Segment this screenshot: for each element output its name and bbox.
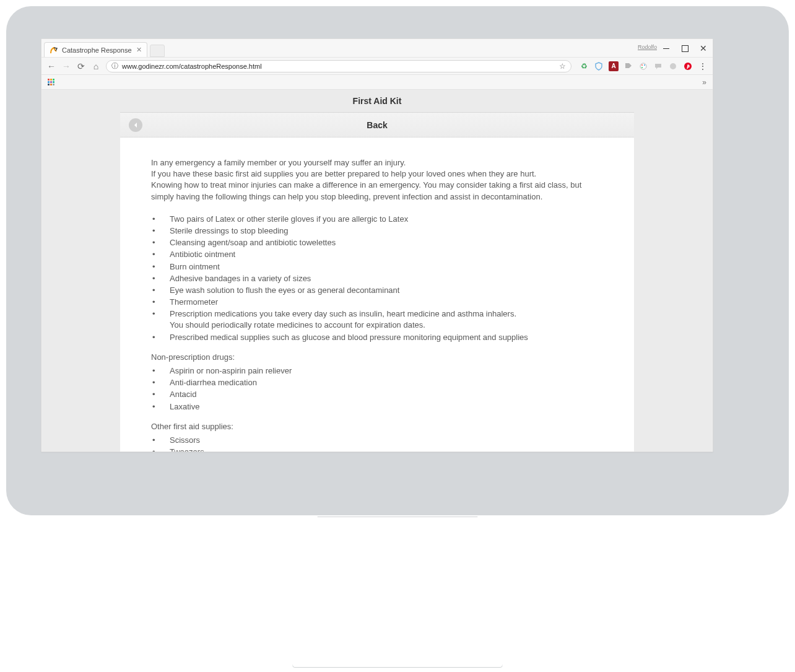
monitor-stand: [292, 517, 503, 668]
nonrx-heading: Non-prescription drugs:: [151, 352, 603, 363]
extension-palette-icon[interactable]: [638, 61, 648, 71]
svg-point-0: [640, 63, 646, 69]
content-panel: Back In any emergency a family member or…: [120, 112, 634, 452]
list-item: Thermometer: [151, 297, 603, 308]
tab-label: Catastrophe Response: [62, 46, 132, 54]
extension-shield-icon[interactable]: [594, 61, 604, 71]
list-item: Antibiotic ointment: [151, 249, 603, 260]
page-header: First Aid Kit: [41, 90, 713, 112]
list-item: Laxative: [151, 401, 603, 412]
page-title: First Aid Kit: [41, 96, 713, 106]
nav-back-icon[interactable]: ←: [46, 61, 56, 71]
nonrx-list: Aspirin or non-aspirin pain relieverAnti…: [151, 365, 603, 412]
first-aid-kit-list: Two pairs of Latex or other sterile glov…: [151, 214, 603, 343]
other-supplies-list: ScissorsTweezersTube of petroleum jelly …: [151, 435, 603, 452]
nav-forward-icon: →: [61, 61, 71, 71]
titlebar: Catastrophe Response ✕ Rodolfo ✕: [41, 39, 713, 58]
back-label: Back: [120, 120, 634, 130]
article-body: In any emergency a family member or you …: [120, 137, 634, 452]
list-item: Aspirin or non-aspirin pain reliever: [151, 365, 603, 377]
list-item: Sterile dressings to stop bleeding: [151, 225, 603, 237]
svg-point-4: [670, 63, 676, 69]
extension-pinterest-icon[interactable]: [683, 61, 693, 71]
bookmarks-bar: »: [41, 75, 713, 90]
new-tab-button[interactable]: [150, 45, 165, 57]
window-maximize-button[interactable]: [676, 39, 694, 58]
monitor-frame: Catastrophe Response ✕ Rodolfo ✕ ← → ⟳ ⌂: [6, 6, 789, 515]
extension-bar: ♻ A: [576, 61, 708, 71]
nav-home-icon[interactable]: ⌂: [91, 61, 101, 71]
apps-icon[interactable]: [48, 79, 54, 85]
extension-tag-icon[interactable]: [623, 61, 633, 71]
intro-line: Knowing how to treat minor injuries can …: [151, 180, 603, 202]
list-item: Adhesive bandages in a variety of sizes: [151, 273, 603, 284]
intro-line: If you have these basic first aid suppli…: [151, 168, 603, 180]
list-item: Antacid: [151, 389, 603, 400]
list-item: Burn ointment: [151, 261, 603, 273]
extension-circle-icon[interactable]: [668, 61, 678, 71]
list-item: Prescribed medical supplies such as gluc…: [151, 332, 603, 343]
url-input[interactable]: [122, 63, 555, 70]
intro-line: In any emergency a family member or you …: [151, 157, 603, 168]
tab-close-icon[interactable]: ✕: [136, 46, 143, 53]
list-item: Cleansing agent/soap and antibiotic towe…: [151, 237, 603, 248]
svg-point-3: [641, 67, 643, 68]
list-item-subtext: You should periodically rotate medicines…: [170, 320, 603, 331]
list-item: Scissors: [151, 435, 603, 446]
browser-tab[interactable]: Catastrophe Response ✕: [44, 42, 147, 57]
extension-recycle-icon[interactable]: ♻: [579, 61, 589, 71]
window-close-button[interactable]: ✕: [694, 39, 713, 58]
window-minimize-button[interactable]: [657, 39, 676, 58]
list-item: Eye wash solution to flush the eyes or a…: [151, 285, 603, 296]
browser-menu-icon[interactable]: ⋮: [698, 61, 708, 71]
window-controls: ✕: [657, 39, 713, 58]
nav-reload-icon[interactable]: ⟳: [76, 61, 86, 71]
intro-paragraph: In any emergency a family member or you …: [151, 157, 603, 203]
extension-adobe-icon[interactable]: A: [609, 61, 619, 71]
address-bar[interactable]: ⓘ ☆: [106, 60, 571, 72]
browser-toolbar: ← → ⟳ ⌂ ⓘ ☆ ♻ A: [41, 58, 713, 75]
list-item: Anti-diarrhea medication: [151, 377, 603, 388]
other-heading: Other first aid supplies:: [151, 421, 603, 432]
tab-favicon-icon: [50, 46, 58, 55]
browser-window: Catastrophe Response ✕ Rodolfo ✕ ← → ⟳ ⌂: [41, 38, 713, 452]
svg-point-1: [641, 64, 643, 66]
site-info-icon[interactable]: ⓘ: [111, 61, 118, 71]
profile-name[interactable]: Rodolfo: [638, 44, 657, 50]
back-button[interactable]: Back: [120, 113, 634, 137]
list-item: Two pairs of Latex or other sterile glov…: [151, 214, 603, 225]
bookmarks-overflow-icon[interactable]: »: [702, 78, 706, 87]
bookmark-star-icon[interactable]: ☆: [559, 62, 566, 71]
svg-point-2: [644, 64, 645, 66]
tab-strip: Catastrophe Response ✕: [41, 39, 713, 57]
list-item: Prescription medications you take every …: [151, 308, 603, 331]
extension-chat-icon[interactable]: [653, 61, 663, 71]
list-item: Tweezers: [151, 447, 603, 452]
page-viewport: First Aid Kit Back In any emergency a fa…: [41, 90, 713, 452]
